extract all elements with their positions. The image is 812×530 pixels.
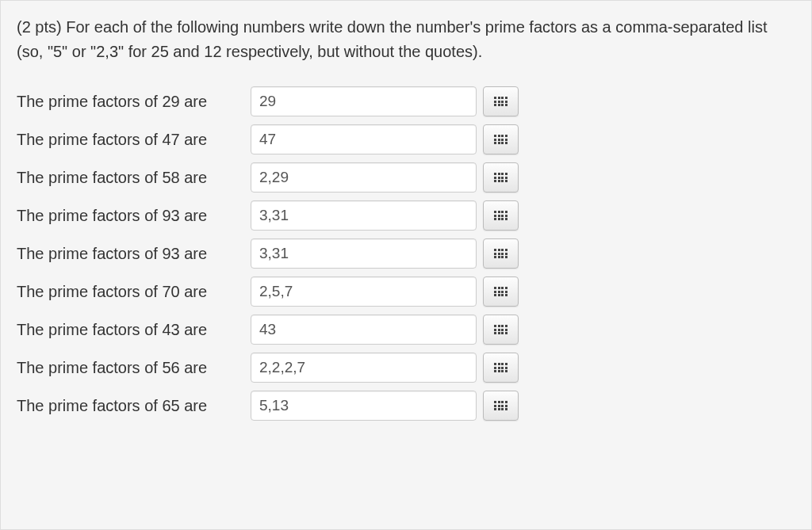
answer-input[interactable] xyxy=(251,238,477,269)
answer-row: The prime factors of 70 are xyxy=(17,276,795,307)
keypad-icon xyxy=(494,173,508,182)
answer-input[interactable] xyxy=(251,124,477,154)
question-container: (2 pts) For each of the following number… xyxy=(0,0,812,530)
keypad-button[interactable] xyxy=(483,353,519,383)
answer-row: The prime factors of 93 are xyxy=(17,200,795,231)
answer-input[interactable] xyxy=(251,86,477,116)
answer-input[interactable] xyxy=(251,391,477,421)
answer-label: The prime factors of 65 are xyxy=(17,397,251,415)
answer-input[interactable] xyxy=(251,162,477,193)
answer-row: The prime factors of 47 are xyxy=(17,124,795,154)
keypad-icon xyxy=(494,287,508,296)
keypad-button[interactable] xyxy=(483,315,519,345)
answer-row: The prime factors of 29 are xyxy=(17,86,795,116)
answer-label: The prime factors of 43 are xyxy=(17,321,251,339)
keypad-button[interactable] xyxy=(483,276,519,307)
answer-label: The prime factors of 29 are xyxy=(17,93,251,111)
answer-row: The prime factors of 93 are xyxy=(17,238,795,269)
keypad-button[interactable] xyxy=(483,162,519,193)
keypad-icon xyxy=(494,97,508,106)
answer-label: The prime factors of 47 are xyxy=(17,131,251,149)
question-prompt: (2 pts) For each of the following number… xyxy=(17,15,795,64)
answer-input[interactable] xyxy=(251,353,477,383)
answer-label: The prime factors of 93 are xyxy=(17,245,251,263)
keypad-button[interactable] xyxy=(483,124,519,154)
answer-row: The prime factors of 43 are xyxy=(17,315,795,345)
keypad-button[interactable] xyxy=(483,391,519,421)
answer-label: The prime factors of 70 are xyxy=(17,283,251,301)
answer-rows: The prime factors of 29 areThe prime fac… xyxy=(17,86,795,429)
keypad-icon xyxy=(494,249,508,258)
keypad-button[interactable] xyxy=(483,200,519,231)
keypad-icon xyxy=(494,401,508,410)
answer-row: The prime factors of 56 are xyxy=(17,353,795,383)
keypad-icon xyxy=(494,135,508,144)
keypad-icon xyxy=(494,211,508,220)
answer-input[interactable] xyxy=(251,315,477,345)
answer-label: The prime factors of 56 are xyxy=(17,359,251,377)
keypad-button[interactable] xyxy=(483,238,519,269)
answer-input[interactable] xyxy=(251,200,477,231)
answer-label: The prime factors of 58 are xyxy=(17,169,251,187)
answer-row: The prime factors of 58 are xyxy=(17,162,795,193)
keypad-icon xyxy=(494,363,508,372)
keypad-button[interactable] xyxy=(483,86,519,116)
keypad-icon xyxy=(494,325,508,334)
answer-input[interactable] xyxy=(251,276,477,307)
answer-label: The prime factors of 93 are xyxy=(17,207,251,225)
answer-row: The prime factors of 65 are xyxy=(17,391,795,421)
